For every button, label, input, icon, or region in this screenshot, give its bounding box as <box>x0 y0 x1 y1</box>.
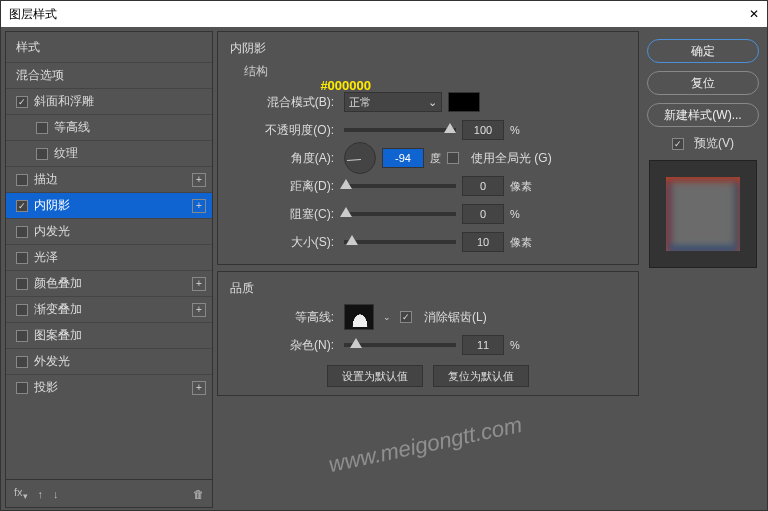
quality-title: 品质 <box>230 280 626 297</box>
size-label: 大小(S): <box>230 234 338 251</box>
style-item-6[interactable]: 内发光 <box>6 218 212 244</box>
style-checkbox[interactable] <box>16 200 28 212</box>
blend-mode-select[interactable]: 正常⌄ <box>344 92 442 112</box>
preview-swatch <box>649 160 757 268</box>
style-item-4[interactable]: 描边+ <box>6 166 212 192</box>
style-checkbox[interactable] <box>36 122 48 134</box>
angle-dial[interactable] <box>344 142 376 174</box>
style-item-7[interactable]: 光泽 <box>6 244 212 270</box>
style-item-12[interactable]: 投影+ <box>6 374 212 400</box>
choke-label: 阻塞(C): <box>230 206 338 223</box>
style-item-5[interactable]: 内阴影+ <box>6 192 212 218</box>
style-item-label: 纹理 <box>54 145 78 162</box>
style-checkbox[interactable] <box>36 148 48 160</box>
style-item-label: 描边 <box>34 171 58 188</box>
size-slider[interactable] <box>344 240 456 244</box>
style-checkbox[interactable] <box>16 382 28 394</box>
style-item-0[interactable]: 混合选项 <box>6 62 212 88</box>
ok-button[interactable]: 确定 <box>647 39 759 63</box>
trash-icon[interactable]: 🗑 <box>193 488 204 500</box>
choke-slider[interactable] <box>344 212 456 216</box>
style-item-label: 内阴影 <box>34 197 70 214</box>
style-item-3[interactable]: 纹理 <box>6 140 212 166</box>
antialias-checkbox[interactable] <box>400 311 412 323</box>
style-checkbox[interactable] <box>16 226 28 238</box>
style-item-label: 光泽 <box>34 249 58 266</box>
add-instance-icon[interactable]: + <box>192 277 206 291</box>
shadow-color-swatch[interactable] <box>448 92 480 112</box>
style-checkbox[interactable] <box>16 96 28 108</box>
titlebar: 图层样式 ✕ <box>1 1 767 27</box>
style-item-label: 渐变叠加 <box>34 301 82 318</box>
structure-title: 结构 <box>244 63 626 80</box>
blend-mode-label: 混合模式(B): <box>230 94 338 111</box>
close-icon[interactable]: ✕ <box>749 7 759 21</box>
size-input[interactable]: 10 <box>462 232 504 252</box>
make-default-button[interactable]: 设置为默认值 <box>327 365 423 387</box>
style-item-label: 斜面和浮雕 <box>34 93 94 110</box>
size-unit: 像素 <box>510 235 532 250</box>
opacity-label: 不透明度(O): <box>230 122 338 139</box>
style-item-label: 混合选项 <box>16 67 64 84</box>
angle-unit: 度 <box>430 151 441 166</box>
cancel-button[interactable]: 复位 <box>647 71 759 95</box>
style-item-label: 投影 <box>34 379 58 396</box>
style-item-2[interactable]: 等高线 <box>6 114 212 140</box>
angle-label: 角度(A): <box>230 150 338 167</box>
contour-picker[interactable] <box>344 304 374 330</box>
hex-annotation: #000000 <box>320 78 371 93</box>
style-item-label: 内发光 <box>34 223 70 240</box>
style-item-1[interactable]: 斜面和浮雕 <box>6 88 212 114</box>
add-instance-icon[interactable]: + <box>192 381 206 395</box>
style-item-label: 等高线 <box>54 119 90 136</box>
style-checkbox[interactable] <box>16 356 28 368</box>
chevron-down-icon[interactable]: ⌄ <box>380 312 394 322</box>
arrow-down-icon[interactable]: ↓ <box>53 488 59 500</box>
inner-shadow-title: 内阴影 <box>230 40 626 57</box>
preview-checkbox[interactable] <box>672 138 684 150</box>
fx-icon[interactable]: fx▾ <box>14 486 28 501</box>
styles-list-panel: 样式 混合选项斜面和浮雕等高线纹理描边+内阴影+内发光光泽颜色叠加+渐变叠加+图… <box>5 31 213 508</box>
distance-input[interactable]: 0 <box>462 176 504 196</box>
add-instance-icon[interactable]: + <box>192 199 206 213</box>
style-item-label: 颜色叠加 <box>34 275 82 292</box>
add-instance-icon[interactable]: + <box>192 303 206 317</box>
action-panel: 确定 复位 新建样式(W)... 预览(V) <box>643 31 763 508</box>
style-item-10[interactable]: 图案叠加 <box>6 322 212 348</box>
style-checkbox[interactable] <box>16 278 28 290</box>
global-light-checkbox[interactable] <box>447 152 459 164</box>
choke-unit: % <box>510 208 520 220</box>
distance-label: 距离(D): <box>230 178 338 195</box>
global-light-label: 使用全局光 (G) <box>471 150 552 167</box>
distance-slider[interactable] <box>344 184 456 188</box>
style-checkbox[interactable] <box>16 304 28 316</box>
preview-label: 预览(V) <box>694 135 734 152</box>
noise-input[interactable]: 11 <box>462 335 504 355</box>
noise-label: 杂色(N): <box>230 337 338 354</box>
styles-footer: fx▾ ↑ ↓ 🗑 <box>6 479 212 507</box>
reset-default-button[interactable]: 复位为默认值 <box>433 365 529 387</box>
contour-label: 等高线: <box>230 309 338 326</box>
opacity-slider[interactable] <box>344 128 456 132</box>
window-title: 图层样式 <box>9 6 57 23</box>
choke-input[interactable]: 0 <box>462 204 504 224</box>
opacity-unit: % <box>510 124 520 136</box>
styles-header: 样式 <box>6 32 212 62</box>
chevron-down-icon: ⌄ <box>428 96 437 109</box>
angle-input[interactable]: -94 <box>382 148 424 168</box>
noise-slider[interactable] <box>344 343 456 347</box>
add-instance-icon[interactable]: + <box>192 173 206 187</box>
style-item-8[interactable]: 颜色叠加+ <box>6 270 212 296</box>
style-item-11[interactable]: 外发光 <box>6 348 212 374</box>
style-checkbox[interactable] <box>16 174 28 186</box>
noise-unit: % <box>510 339 520 351</box>
new-style-button[interactable]: 新建样式(W)... <box>647 103 759 127</box>
arrow-up-icon[interactable]: ↑ <box>38 488 44 500</box>
antialias-label: 消除锯齿(L) <box>424 309 487 326</box>
distance-unit: 像素 <box>510 179 532 194</box>
opacity-input[interactable]: 100 <box>462 120 504 140</box>
style-checkbox[interactable] <box>16 252 28 264</box>
style-checkbox[interactable] <box>16 330 28 342</box>
style-item-9[interactable]: 渐变叠加+ <box>6 296 212 322</box>
style-item-label: 外发光 <box>34 353 70 370</box>
